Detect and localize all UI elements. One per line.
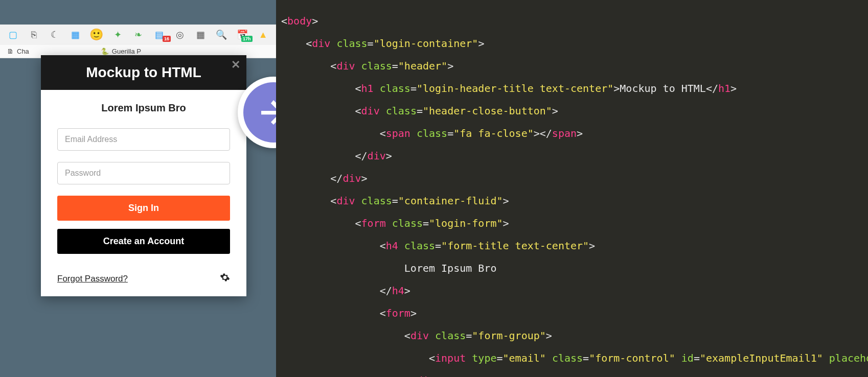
- browser-tab[interactable]: 🐍 Guerilla P: [101, 48, 141, 55]
- moon-icon[interactable]: ☾: [49, 29, 60, 41]
- cast-icon[interactable]: ⎘: [28, 29, 40, 41]
- browser-tab[interactable]: 🗎 Cha: [7, 48, 29, 55]
- forgot-password-link[interactable]: Forgot Password?: [57, 274, 128, 284]
- search-page-icon[interactable]: 🔍: [216, 29, 227, 41]
- board-icon[interactable]: ▦: [70, 29, 81, 41]
- file-icon[interactable]: ▢: [7, 29, 19, 41]
- avatar-icon[interactable]: 🙂: [90, 29, 103, 41]
- form-subtitle: Lorem Ipsum Bro: [57, 102, 230, 114]
- grid-icon[interactable]: ▦: [195, 29, 207, 41]
- tab-label: Cha: [17, 48, 29, 55]
- code-editor[interactable]: <body> <div class="login-container"> <di…: [276, 0, 868, 377]
- login-title: Mockup to HTML: [51, 64, 236, 81]
- close-icon[interactable]: ✕: [231, 58, 240, 72]
- target-icon[interactable]: ◎: [174, 29, 186, 41]
- leaf-icon[interactable]: ❧: [132, 29, 144, 41]
- page-icon: 🗎: [7, 48, 14, 55]
- page-icon: 🐍: [101, 48, 109, 55]
- gear-icon[interactable]: [220, 272, 230, 285]
- tab-label: Guerilla P: [112, 48, 141, 55]
- elephant-icon[interactable]: ✦: [112, 29, 124, 41]
- badge-17h: 17h: [241, 36, 253, 42]
- signin-button[interactable]: Sign In: [57, 196, 230, 221]
- login-header: Mockup to HTML ✕: [41, 55, 246, 90]
- password-field[interactable]: [57, 162, 230, 184]
- login-modal: Mockup to HTML ✕ Lorem Ipsum Bro Sign In…: [41, 55, 246, 296]
- login-body: Lorem Ipsum Bro Sign In Create an Accoun…: [41, 90, 246, 296]
- drive-icon[interactable]: ▲: [257, 29, 269, 41]
- badge-16: 16: [163, 36, 171, 42]
- create-account-button[interactable]: Create an Account: [57, 229, 230, 254]
- email-field[interactable]: [57, 128, 230, 151]
